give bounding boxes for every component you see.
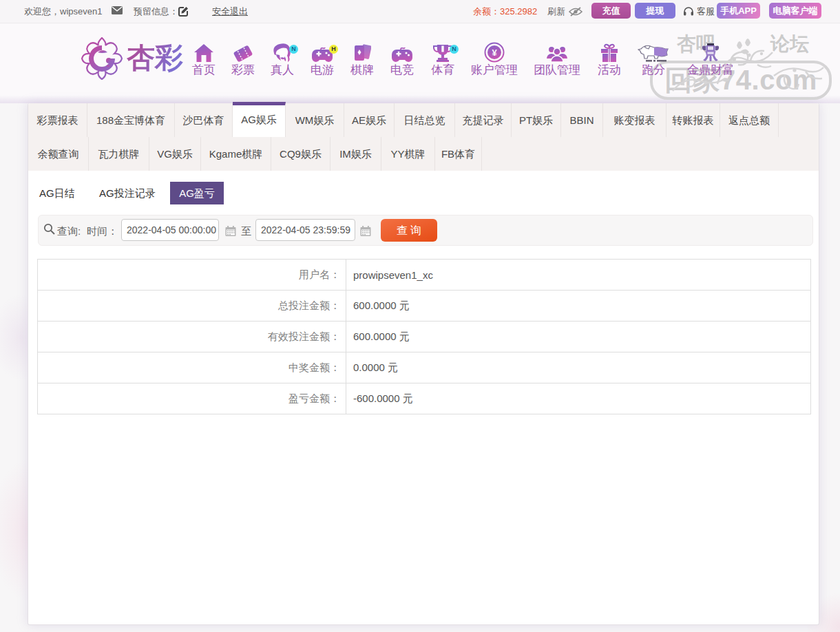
svg-text:¥: ¥ xyxy=(492,48,497,58)
